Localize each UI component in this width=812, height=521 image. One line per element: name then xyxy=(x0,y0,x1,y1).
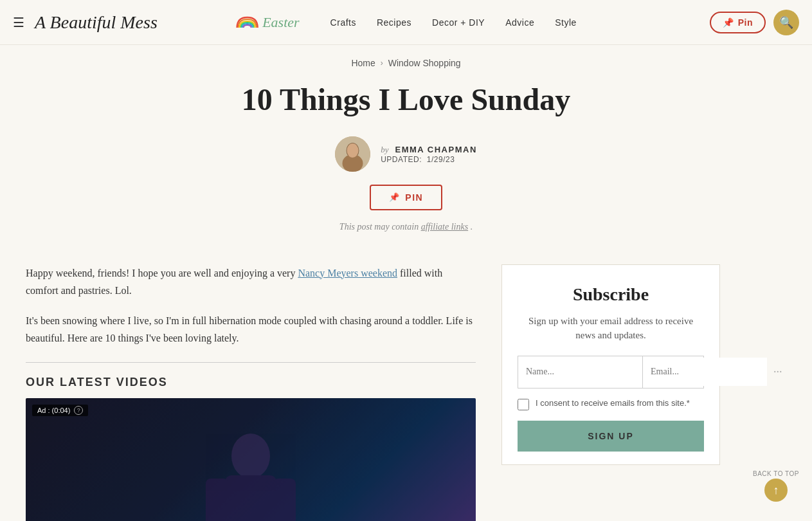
author-row: by EMMA CHAPMAN UPDATED: 1/29/23 xyxy=(13,136,799,172)
header-pin-button[interactable]: 📌 Pin xyxy=(710,12,766,33)
svg-rect-6 xyxy=(206,479,228,521)
hamburger-icon[interactable]: ☰ xyxy=(13,15,24,30)
article-pin-button[interactable]: 📌 PIN xyxy=(370,185,442,210)
rainbow-icon xyxy=(235,16,258,29)
video-player[interactable]: Ad : (0:04) ? xyxy=(26,398,476,521)
videos-section-label: OUR LATEST VIDEOS xyxy=(26,376,476,389)
video-figure xyxy=(186,424,315,521)
svg-point-3 xyxy=(347,143,359,158)
search-button[interactable]: 🔍 xyxy=(773,10,799,35)
name-input[interactable] xyxy=(518,356,643,388)
consent-row: I consent to receive emails from this si… xyxy=(518,398,704,410)
svg-rect-5 xyxy=(225,475,276,521)
video-ad-badge: Ad : (0:04) ? xyxy=(32,405,88,416)
breadcrumb-current: Window Shopping xyxy=(388,58,461,68)
back-to-top-arrow[interactable]: ↑ xyxy=(764,479,788,502)
nav-item-recipes[interactable]: Recipes xyxy=(377,17,411,28)
avatar-image xyxy=(335,136,370,172)
breadcrumb-home[interactable]: Home xyxy=(351,58,375,68)
email-wrapper: ··· xyxy=(643,356,789,388)
up-arrow-icon: ↑ xyxy=(773,484,779,497)
second-paragraph: It's been snowing where I live, so I'm i… xyxy=(26,312,476,347)
email-input[interactable] xyxy=(643,358,767,386)
breadcrumb: Home › Window Shopping xyxy=(0,45,812,75)
svg-point-4 xyxy=(231,434,270,479)
header-center: Easter Crafts Recipes Decor + DIY Advice… xyxy=(235,14,577,31)
subscribe-title: Subscribe xyxy=(518,284,704,305)
author-by-label: by EMMA CHAPMAN xyxy=(381,143,477,155)
email-more-icon[interactable]: ··· xyxy=(767,356,789,388)
search-icon: 🔍 xyxy=(779,15,793,30)
subscribe-inputs: ··· xyxy=(518,356,704,388)
sidebar: Subscribe Sign up with your email addres… xyxy=(501,264,720,465)
consent-checkbox[interactable] xyxy=(518,399,529,410)
easter-label: Easter xyxy=(262,14,299,31)
pin-btn-label: PIN xyxy=(405,192,423,203)
section-divider xyxy=(26,362,476,363)
easter-logo[interactable]: Easter xyxy=(235,14,299,31)
back-to-top-label: BACK TO TOP xyxy=(753,470,799,477)
main-layout: Happy weekend, friends! I hope you are w… xyxy=(0,251,812,521)
pin-icon-article: 📌 xyxy=(389,192,401,202)
header-left: ☰ A Beautiful Mess xyxy=(13,12,158,33)
article-body: Happy weekend, friends! I hope you are w… xyxy=(26,264,501,521)
nav-item-advice[interactable]: Advice xyxy=(505,17,534,28)
header: ☰ A Beautiful Mess Easter Crafts Recipes… xyxy=(0,0,812,45)
author-avatar xyxy=(335,136,370,172)
subscribe-box: Subscribe Sign up with your email addres… xyxy=(501,264,720,465)
nav-item-decor-diy[interactable]: Decor + DIY xyxy=(432,17,485,28)
breadcrumb-separator: › xyxy=(381,59,383,68)
nav-item-crafts[interactable]: Crafts xyxy=(330,17,356,28)
pin-label: Pin xyxy=(738,17,753,28)
article-title: 10 Things I Love Sunday xyxy=(13,81,799,118)
nav-item-style[interactable]: Style xyxy=(555,17,577,28)
video-info-icon[interactable]: ? xyxy=(74,406,83,415)
subscribe-description: Sign up with your email address to recei… xyxy=(518,314,704,343)
pin-icon: 📌 xyxy=(723,17,734,28)
back-to-top[interactable]: BACK TO TOP ↑ xyxy=(753,470,799,502)
sign-up-button[interactable]: SIGN UP xyxy=(518,421,704,452)
main-nav: Crafts Recipes Decor + DIY Advice Style xyxy=(330,17,577,28)
affiliate-note: This post may contain affiliate links . xyxy=(13,222,799,232)
author-name: EMMA CHAPMAN xyxy=(395,145,476,154)
svg-rect-7 xyxy=(273,479,296,521)
article-header: 10 Things I Love Sunday by EMMA CHAPMAN … xyxy=(0,75,812,251)
intro-paragraph: Happy weekend, friends! I hope you are w… xyxy=(26,264,476,299)
consent-text: I consent to receive emails from this si… xyxy=(536,398,690,409)
affiliate-link[interactable]: affiliate links xyxy=(421,222,469,232)
site-logo[interactable]: A Beautiful Mess xyxy=(35,12,158,33)
header-right: 📌 Pin 🔍 xyxy=(710,10,799,35)
author-date: UPDATED: 1/29/23 xyxy=(381,155,477,164)
nancy-meyers-link[interactable]: Nancy Meyers weekend xyxy=(298,268,397,279)
author-info: by EMMA CHAPMAN UPDATED: 1/29/23 xyxy=(381,143,477,164)
